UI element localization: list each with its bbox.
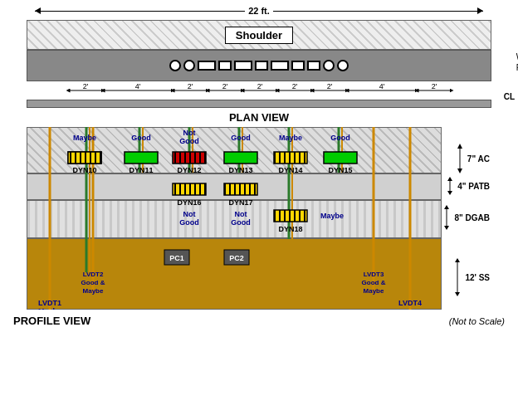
dim-arrows-svg: 2' 4' 2' 2' 2' 2' 2' 4' — [60, 83, 458, 98]
svg-rect-60 — [173, 183, 206, 195]
svg-text:Not: Not — [183, 129, 196, 137]
svg-marker-30 — [455, 258, 460, 262]
svg-rect-56 — [173, 152, 206, 164]
svg-text:4': 4' — [379, 83, 385, 90]
svg-text:Good: Good — [330, 134, 350, 142]
svg-text:DYN17: DYN17 — [228, 198, 252, 207]
dim-label-22ft: 22 ft. — [245, 6, 273, 16]
svg-text:DYN15: DYN15 — [328, 166, 352, 174]
svg-rect-58 — [274, 152, 307, 164]
svg-text:Good &: Good & — [362, 279, 386, 286]
svg-text:Good: Good — [131, 134, 151, 142]
not-to-scale-label: (Not to Scale) — [449, 316, 505, 326]
svg-text:Maybe: Maybe — [279, 134, 302, 142]
profile-svg: PC1 PC2 Maybe Good Not Good Good Maybe G… — [27, 127, 442, 310]
layer-label-ss: 12' SS — [452, 258, 490, 296]
svg-text:DYN10: DYN10 — [72, 166, 96, 174]
sensor-rect-4 — [255, 61, 268, 71]
svg-text:2': 2' — [292, 83, 298, 90]
svg-text:LVDT4: LVDT4 — [398, 299, 422, 307]
layer-label-patb-text: 4" PATB — [457, 182, 490, 191]
svg-text:Maybe: Maybe — [83, 287, 104, 295]
svg-text:2': 2' — [257, 83, 263, 90]
svg-text:2': 2' — [188, 83, 193, 90]
plan-view-section: 22 ft. Shoulder — [7, 3, 511, 108]
dim-row: 2' 4' 2' 2' 2' 2' 2' 4' — [27, 81, 491, 100]
svg-text:Good: Good — [179, 218, 199, 227]
svg-marker-25 — [447, 191, 452, 195]
profile-view-title: PROFILE VIEW — [13, 315, 90, 327]
layer-arrow-dgab-icon — [441, 205, 452, 230]
svg-text:PC1: PC1 — [169, 254, 184, 262]
svg-rect-53 — [125, 152, 158, 164]
svg-text:DYN12: DYN12 — [177, 166, 201, 174]
bottom-strip — [27, 100, 491, 108]
svg-text:LVDT3: LVDT3 — [364, 271, 384, 278]
sensor-rect-7 — [307, 61, 320, 71]
svg-rect-52 — [68, 152, 101, 164]
svg-marker-27 — [444, 205, 449, 209]
svg-text:Good: Good — [231, 134, 251, 142]
svg-text:Maybe: Maybe — [38, 307, 61, 310]
svg-text:LVDT2: LVDT2 — [83, 271, 104, 278]
svg-text:DYN14: DYN14 — [278, 166, 302, 174]
profile-section: 7" AC 4" PATB 8" DGAB — [7, 127, 511, 417]
layer-label-ac-text: 7" AC — [467, 154, 490, 164]
svg-marker-22 — [457, 168, 462, 173]
svg-marker-31 — [455, 292, 460, 296]
sensor-rect-6 — [291, 61, 305, 71]
sensor-circle-3 — [323, 60, 335, 71]
plan-view-diagram: 22 ft. Shoulder — [27, 3, 491, 108]
sensor-rect-3 — [234, 61, 252, 71]
svg-text:2': 2' — [83, 83, 89, 90]
sensor-group — [169, 60, 349, 71]
sensor-rect-5 — [271, 61, 289, 71]
svg-text:DYN11: DYN11 — [129, 166, 153, 174]
svg-rect-57 — [224, 152, 257, 164]
svg-text:Not: Not — [235, 210, 247, 218]
layer-arrow-patb-icon — [444, 177, 456, 195]
svg-text:PC2: PC2 — [229, 254, 244, 262]
svg-text:Good &: Good & — [81, 279, 105, 286]
svg-text:DYN13: DYN13 — [228, 166, 252, 174]
plan-view-title: PLAN VIEW — [7, 111, 511, 124]
svg-rect-61 — [224, 183, 257, 195]
layer-label-patb: 4" PATB — [444, 177, 490, 195]
svg-text:DYN18: DYN18 — [278, 225, 302, 233]
sensor-circle-4 — [337, 60, 349, 71]
svg-text:Not: Not — [183, 210, 196, 218]
svg-text:Good: Good — [231, 218, 251, 227]
svg-text:LVDT1: LVDT1 — [38, 299, 61, 307]
svg-text:4': 4' — [135, 83, 141, 90]
layer-label-ac: 7" AC — [454, 144, 490, 173]
svg-text:2': 2' — [222, 83, 228, 90]
main-container: 22 ft. Shoulder — [0, 0, 518, 420]
svg-text:2': 2' — [432, 83, 437, 90]
layer-label-ss-text: 12' SS — [465, 273, 490, 282]
cl-label: CL — [504, 92, 515, 101]
shoulder-area: Shoulder — [27, 20, 491, 50]
dim-arrow-left-icon — [35, 7, 41, 14]
svg-text:Good: Good — [179, 137, 199, 145]
svg-marker-24 — [447, 177, 452, 181]
layer-arrow-ac-icon — [454, 144, 466, 173]
svg-rect-62 — [274, 210, 307, 222]
sensor-rect-1 — [198, 61, 216, 71]
svg-text:Maybe: Maybe — [320, 212, 344, 220]
layer-label-dgab: 8" DGAB — [441, 205, 490, 230]
svg-text:Maybe: Maybe — [364, 287, 384, 295]
svg-marker-21 — [457, 144, 462, 149]
svg-rect-59 — [324, 152, 357, 164]
svg-text:Maybe: Maybe — [73, 134, 96, 142]
sensor-circle-1 — [169, 60, 181, 71]
sensor-circle-2 — [183, 60, 195, 71]
profile-diagram: 7" AC 4" PATB 8" DGAB — [27, 127, 491, 310]
shoulder-label: Shoulder — [225, 27, 293, 44]
profile-titles-row: PROFILE VIEW (Not to Scale) — [7, 310, 511, 332]
dimension-line-22ft: 22 ft. — [27, 3, 491, 18]
road-surface — [27, 50, 491, 81]
dim-arrow-right-icon — [477, 7, 483, 14]
svg-text:2': 2' — [327, 83, 333, 90]
svg-marker-28 — [444, 226, 449, 230]
layer-arrow-ss-icon — [452, 258, 463, 296]
